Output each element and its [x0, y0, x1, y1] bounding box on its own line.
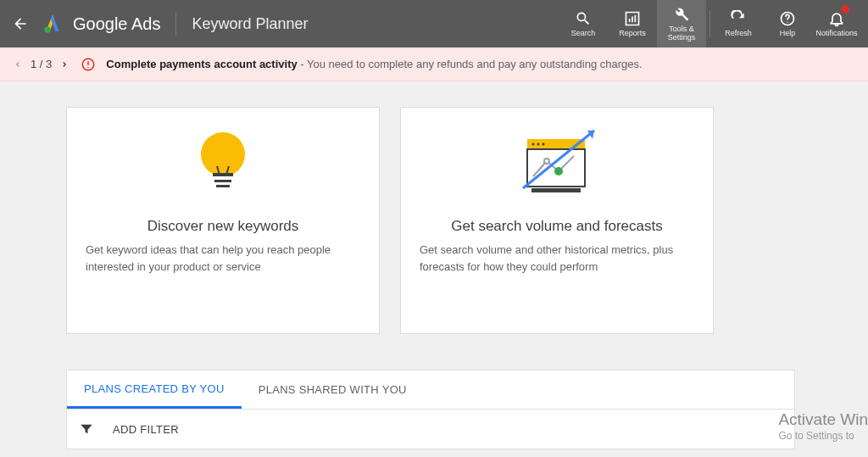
svg-point-14 — [532, 143, 535, 146]
header-divider — [175, 12, 176, 36]
svg-point-8 — [88, 66, 90, 68]
nav-notifications[interactable]: Notifications — [812, 0, 861, 47]
nav-reports-label: Reports — [619, 29, 646, 37]
nav-help-label: Help — [780, 29, 796, 37]
header-right: Search Reports Tools & Settings Refresh … — [559, 0, 861, 47]
header-separator — [709, 10, 710, 37]
alert-pager: 1 / 3 — [14, 58, 69, 70]
refresh-icon — [730, 10, 747, 27]
nav-tools-settings[interactable]: Tools & Settings — [657, 0, 706, 47]
brand-name: Google Ads — [73, 14, 160, 34]
card-row: Discover new keywords Get keyword ideas … — [0, 107, 868, 334]
card-title: Discover new keywords — [86, 218, 360, 235]
nav-search[interactable]: Search — [559, 0, 608, 47]
tab-plans-shared[interactable]: PLANS SHARED WITH YOU — [242, 371, 424, 409]
nav-tools-label: Tools & Settings — [657, 25, 706, 42]
chevron-right-icon — [60, 60, 69, 69]
google-ads-logo-icon — [41, 12, 64, 36]
alert-title: Complete payments account activity — [106, 58, 297, 70]
plans-panel: PLANS CREATED BY YOU PLANS SHARED WITH Y… — [66, 370, 795, 449]
app-header: Google Ads Keyword Planner Search Report… — [0, 0, 868, 47]
search-icon — [575, 10, 592, 27]
svg-point-20 — [554, 167, 563, 176]
svg-rect-10 — [213, 173, 233, 176]
nav-help[interactable]: Help — [763, 0, 812, 47]
nav-refresh-label: Refresh — [725, 29, 752, 37]
svg-rect-18 — [531, 188, 581, 192]
page-title: Keyword Planner — [192, 15, 308, 33]
chevron-left-icon — [14, 60, 22, 69]
nav-search-label: Search — [571, 29, 596, 37]
alert-position: 1 / 3 — [31, 58, 52, 70]
notification-badge — [841, 5, 849, 14]
svg-rect-2 — [632, 17, 633, 23]
alert-error-icon — [81, 57, 96, 72]
card-desc: Get keyword ideas that can help you reac… — [86, 242, 360, 275]
alert-tail: - You need to complete any refunds and p… — [298, 58, 643, 70]
arrow-left-icon — [12, 15, 29, 32]
wrench-icon — [673, 6, 690, 23]
reports-icon — [624, 10, 641, 27]
back-button[interactable] — [7, 10, 34, 37]
svg-point-9 — [201, 132, 245, 176]
nav-reports[interactable]: Reports — [608, 0, 657, 47]
card-body: Discover new keywords Get keyword ideas … — [67, 218, 379, 275]
svg-rect-12 — [216, 185, 230, 187]
nav-notifications-label: Notifications — [815, 29, 857, 37]
search-volume-card[interactable]: Get search volume and forecasts Get sear… — [400, 107, 714, 334]
chart-illustration — [506, 108, 608, 218]
add-filter-button[interactable]: ADD FILTER — [113, 423, 179, 436]
main-content: Discover new keywords Get keyword ideas … — [0, 81, 868, 449]
svg-point-19 — [544, 159, 549, 164]
header-left: Google Ads Keyword Planner — [7, 10, 559, 37]
alert-prev[interactable] — [14, 60, 22, 69]
svg-point-0 — [44, 26, 51, 33]
svg-point-5 — [787, 22, 787, 23]
discover-keywords-card[interactable]: Discover new keywords Get keyword ideas … — [66, 107, 380, 334]
alert-next[interactable] — [60, 60, 69, 69]
card-body: Get search volume and forecasts Get sear… — [401, 218, 713, 275]
nav-refresh[interactable]: Refresh — [714, 0, 763, 47]
svg-rect-11 — [214, 180, 231, 182]
svg-rect-3 — [635, 15, 637, 22]
filter-icon — [79, 421, 94, 437]
filter-row: ADD FILTER — [67, 410, 794, 449]
alert-text: Complete payments account activity - You… — [106, 58, 642, 70]
svg-rect-1 — [629, 19, 631, 22]
card-title: Get search volume and forecasts — [420, 218, 694, 235]
help-icon — [779, 10, 796, 27]
card-desc: Get search volume and other historical m… — [420, 242, 694, 275]
svg-point-16 — [542, 143, 545, 146]
lightbulb-illustration — [189, 108, 257, 218]
tab-plans-created[interactable]: PLANS CREATED BY YOU — [67, 371, 242, 409]
alert-bar: 1 / 3 Complete payments account activity… — [0, 47, 868, 81]
plans-tabs: PLANS CREATED BY YOU PLANS SHARED WITH Y… — [67, 371, 794, 410]
svg-point-15 — [537, 143, 540, 146]
